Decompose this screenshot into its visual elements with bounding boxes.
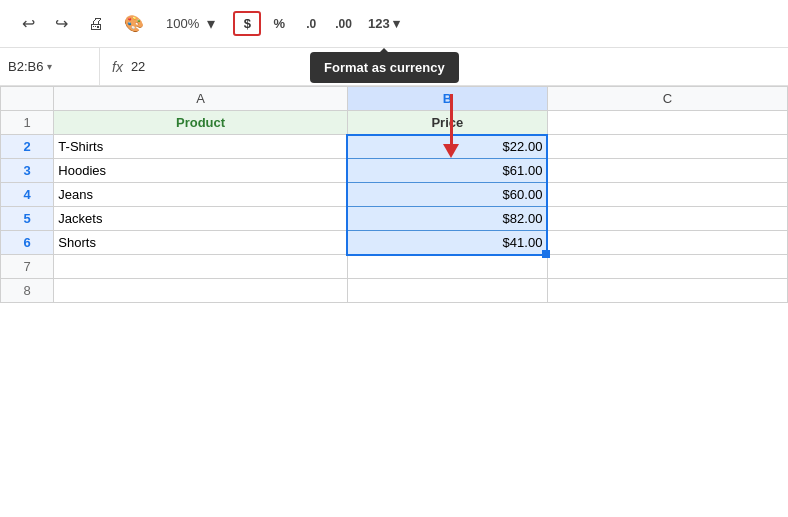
decimal-increase-button[interactable]: .00: [329, 14, 358, 34]
cell-a8[interactable]: [54, 279, 347, 303]
table-row: 3 Hoodies $61.00: [1, 159, 788, 183]
cell-b5[interactable]: $82.00: [347, 207, 547, 231]
table-row: 7: [1, 255, 788, 279]
format-buttons: $ % .0 .00 123 ▾: [233, 11, 406, 36]
formula-value: 22: [131, 59, 145, 74]
cell-c3[interactable]: [547, 159, 787, 183]
toolbar: ↩ ↪ 🖨 🎨 100% ▾ $ % .0 .00 123 ▾: [0, 0, 788, 48]
cell-c5[interactable]: [547, 207, 787, 231]
col-header-a[interactable]: A: [54, 87, 347, 111]
row-num-8: 8: [1, 279, 54, 303]
cell-a1[interactable]: Product: [54, 111, 347, 135]
row-num-4: 4: [1, 183, 54, 207]
table-row: 6 Shorts $41.00: [1, 231, 788, 255]
cell-ref-text: B2:B6: [8, 59, 43, 74]
cell-c2[interactable]: [547, 135, 787, 159]
fill-handle[interactable]: [542, 250, 550, 258]
row-num-3: 3: [1, 159, 54, 183]
tooltip-text: Format as currency: [324, 60, 445, 75]
cell-b8[interactable]: [347, 279, 547, 303]
red-arrow: [443, 94, 459, 158]
undo-button[interactable]: ↩: [16, 10, 41, 37]
row-num-1: 1: [1, 111, 54, 135]
fx-label: fx: [112, 59, 123, 75]
zoom-dropdown-arrow: ▾: [207, 15, 215, 32]
table-row: 4 Jeans $60.00: [1, 183, 788, 207]
cell-b6[interactable]: $41.00: [347, 231, 547, 255]
cell-a6[interactable]: Shorts: [54, 231, 347, 255]
cell-c1[interactable]: [547, 111, 787, 135]
zoom-dropdown-button[interactable]: ▾: [201, 10, 221, 37]
number-format-arrow: ▾: [393, 16, 400, 31]
arrow-head: [443, 144, 459, 158]
arrow-line: [450, 94, 453, 144]
row-num-6: 6: [1, 231, 54, 255]
table-row: 8: [1, 279, 788, 303]
table-row: 1 Product Price: [1, 111, 788, 135]
table-row: 2 T-Shirts $22.00: [1, 135, 788, 159]
spreadsheet-table: A B C 1 Product Price 2 T-Shirts $22.00: [0, 86, 788, 303]
cell-a4[interactable]: Jeans: [54, 183, 347, 207]
cell-a2[interactable]: T-Shirts: [54, 135, 347, 159]
cell-b4[interactable]: $60.00: [347, 183, 547, 207]
zoom-value: 100%: [166, 16, 199, 31]
cell-c6[interactable]: [547, 231, 787, 255]
table-row: 5 Jackets $82.00: [1, 207, 788, 231]
cell-ref-box[interactable]: B2:B6 ▾: [0, 48, 100, 85]
column-header-row: A B C: [1, 87, 788, 111]
number-format-dropdown-button[interactable]: 123 ▾: [362, 13, 406, 34]
cell-a5[interactable]: Jackets: [54, 207, 347, 231]
row-num-7: 7: [1, 255, 54, 279]
spreadsheet-container: A B C 1 Product Price 2 T-Shirts $22.00: [0, 86, 788, 303]
currency-format-button[interactable]: $: [233, 11, 261, 36]
cell-b3[interactable]: $61.00: [347, 159, 547, 183]
redo-button[interactable]: ↪: [49, 10, 74, 37]
percent-format-button[interactable]: %: [265, 13, 293, 34]
cell-a3[interactable]: Hoodies: [54, 159, 347, 183]
zoom-control: 100% ▾: [166, 10, 221, 37]
tooltip-container: Format as currency: [310, 52, 459, 83]
print-button[interactable]: 🖨: [82, 11, 110, 37]
cell-c8[interactable]: [547, 279, 787, 303]
number-format-label: 123: [368, 16, 390, 31]
cell-ref-dropdown-icon: ▾: [47, 61, 52, 72]
paint-format-button[interactable]: 🎨: [118, 10, 150, 37]
decimal-decrease-button[interactable]: .0: [297, 14, 325, 34]
row-num-2: 2: [1, 135, 54, 159]
cell-c7[interactable]: [547, 255, 787, 279]
col-header-c[interactable]: C: [547, 87, 787, 111]
row-num-5: 5: [1, 207, 54, 231]
tooltip-box: Format as currency: [310, 52, 459, 83]
corner-cell: [1, 87, 54, 111]
cell-b7[interactable]: [347, 255, 547, 279]
cell-c4[interactable]: [547, 183, 787, 207]
cell-a7[interactable]: [54, 255, 347, 279]
